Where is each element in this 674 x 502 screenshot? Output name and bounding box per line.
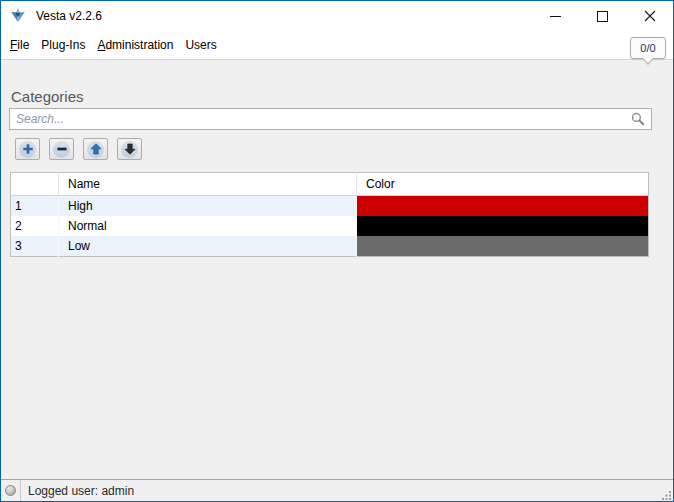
menu-item-plug-ins[interactable]: Plug-Ins [35, 33, 91, 57]
row-color-swatch [357, 196, 649, 217]
remove-button[interactable] [49, 138, 74, 160]
search-icon [631, 112, 645, 126]
table-header-row: Name Color [11, 173, 649, 196]
row-color-swatch [357, 216, 649, 236]
move-down-button[interactable] [117, 138, 142, 160]
row-name: High [59, 196, 357, 217]
column-header-index[interactable] [11, 173, 59, 196]
statusbar-divider [20, 480, 21, 501]
menu-item-file[interactable]: File [4, 33, 35, 57]
maximize-button[interactable] [579, 1, 626, 31]
categories-table: Name Color 1 High 2 Normal 3 Low [10, 172, 649, 257]
minimize-button[interactable] [532, 1, 579, 31]
menu-item-users[interactable]: Users [179, 33, 222, 57]
row-index: 1 [11, 196, 59, 217]
search-box [9, 108, 652, 130]
maximize-icon [597, 11, 608, 22]
table-row[interactable]: 2 Normal [11, 216, 649, 236]
column-header-name[interactable]: Name [59, 173, 357, 196]
app-window: Vesta v2.2.6 File Plug-Ins Administratio… [0, 0, 674, 502]
minimize-icon [550, 16, 561, 17]
row-color-swatch [357, 236, 649, 257]
window-controls [532, 1, 673, 31]
window-title: Vesta v2.2.6 [36, 9, 102, 23]
add-button[interactable] [15, 138, 40, 160]
row-name: Low [59, 236, 357, 257]
search-input[interactable] [9, 108, 652, 130]
arrow-down-icon [124, 143, 136, 155]
row-index: 2 [11, 216, 59, 236]
statusbar: Logged user: admin [1, 479, 673, 501]
vesta-logo-icon [10, 8, 26, 24]
record-count-label: 0/0 [640, 42, 655, 54]
section-title: Categories [11, 89, 652, 105]
logged-user-label: Logged user: admin [28, 484, 134, 498]
status-indicator-icon [5, 485, 16, 496]
minus-icon [56, 143, 68, 155]
table-row[interactable]: 3 Low [11, 236, 649, 257]
column-header-color[interactable]: Color [357, 173, 649, 196]
menu-item-administration[interactable]: Administration [91, 33, 179, 57]
menubar: File Plug-Ins Administration Users [1, 31, 673, 60]
table-row[interactable]: 1 High [11, 196, 649, 217]
toolbar [15, 138, 652, 160]
record-count-badge: 0/0 [630, 37, 666, 59]
close-icon [644, 10, 656, 22]
move-up-button[interactable] [83, 138, 108, 160]
titlebar[interactable]: Vesta v2.2.6 [1, 1, 673, 31]
resize-grip[interactable] [662, 490, 672, 500]
row-index: 3 [11, 236, 59, 257]
plus-icon [22, 143, 34, 155]
arrow-up-icon [90, 143, 102, 155]
row-name: Normal [59, 216, 357, 236]
close-button[interactable] [626, 1, 673, 31]
main-content: Categories [1, 60, 673, 479]
